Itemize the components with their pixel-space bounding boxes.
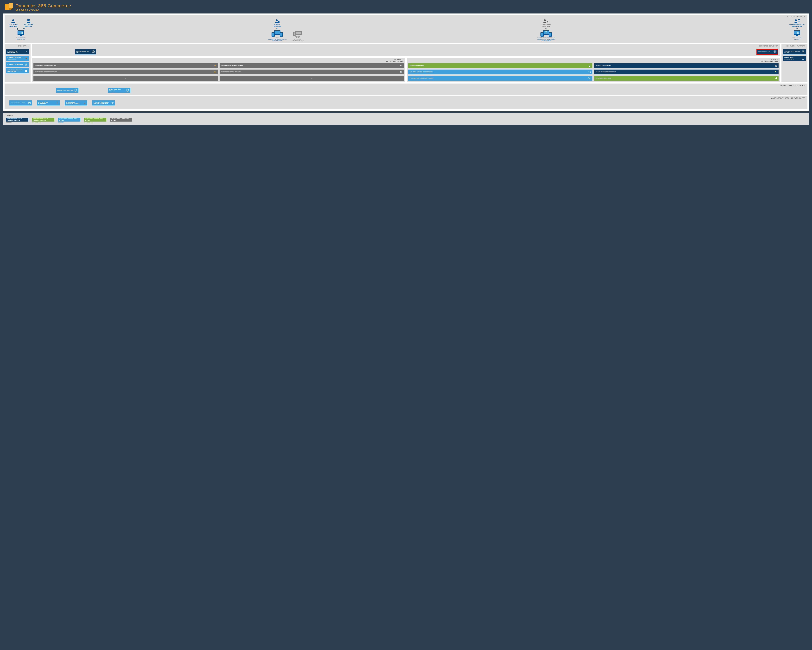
- ux-group-ecommerce: E-COMMERCE CUSTOMER E-COMMERCE STOREFRON…: [536, 19, 556, 41]
- svg-rect-9: [19, 36, 23, 37]
- legend-item: OTHER MICROSOFT COMPONENT / SERVICECOMIN…: [84, 118, 106, 123]
- legend-item: OTHER MICROSOFT COMPONENT / SERVICEAVAIL…: [58, 118, 80, 123]
- svg-point-3: [12, 19, 14, 21]
- svg-point-5: [27, 20, 27, 21]
- svg-rect-19: [280, 33, 282, 36]
- node-ellipsis: ...: [220, 76, 404, 81]
- arrow-down-icon: [545, 28, 547, 29]
- actor-content-author: CONTENT AUTHOR AND SITE MANAGER: [789, 19, 805, 27]
- node-content-mgmt: CONTENT MANAGEMENT STORE: [783, 49, 806, 54]
- chat-icon: [774, 64, 777, 67]
- node-commerce-hq: DYNAMICS 365 COMMERCE HQ⚙: [6, 49, 29, 54]
- card-icon: 💳: [214, 70, 216, 73]
- node-finance: DYNAMICS 365 FINANCE: [6, 62, 29, 67]
- document-icon: 📄: [400, 70, 403, 73]
- bank-icon: 🏛: [400, 64, 403, 67]
- actor-ecommerce-customer: E-COMMERCE CUSTOMER: [539, 19, 554, 27]
- node-shipping: THIRD-PARTY SHIPPING SERVICE🚚: [34, 63, 218, 68]
- svg-rect-32: [549, 33, 551, 36]
- actor-in-store: IN-STORE EMPLOYEE: [271, 19, 283, 27]
- svg-rect-53: [775, 78, 776, 79]
- svg-point-11: [276, 19, 278, 21]
- svg-rect-52: [775, 78, 775, 79]
- magnify-icon: [588, 77, 591, 80]
- svg-rect-23: [294, 32, 295, 35]
- arrow-down-icon: [17, 28, 18, 29]
- model-driven-section: MODEL-DRIVEN APPS IN DYNAMICS 365 DYNAMI…: [5, 96, 807, 109]
- node-scale-unit: COMMERCE SCALE UNIT: [75, 49, 96, 54]
- node-recommendations: PRODUCT RECOMMENDATIONS💡: [594, 70, 778, 75]
- legend-item: NON-MICROSOFT COMPONENT / SERVICE: [110, 118, 132, 123]
- svg-rect-13: [278, 21, 279, 21]
- user-experiences-section: USER EXPERIENCES BACK OFFICE EMPLOYEE CA…: [5, 15, 807, 43]
- headset-person-icon: [26, 19, 31, 24]
- multi-device-icon: [540, 30, 553, 37]
- chart-icon: [25, 63, 27, 66]
- svg-point-43: [25, 70, 26, 71]
- node-ellipsis: ...: [34, 76, 218, 81]
- node-supply-chain: DYNAMICS 365 SUPPLY CHAIN MGMT📦: [6, 56, 29, 61]
- svg-point-4: [27, 19, 29, 21]
- svg-point-56: [802, 57, 804, 58]
- node-web-storefront: WEB STOREFRONT: [757, 49, 778, 54]
- commerce-scale-panel: COMMERCE SCALE UNIT COMMERCE SCALE UNIT …: [32, 44, 780, 57]
- node-insights: DYNAMICS 365 CUSTOMER INSIGHTS: [408, 76, 592, 81]
- actor-call-center: CALL CENTER EMPLOYEE: [23, 19, 35, 27]
- bing-icon: [588, 64, 591, 67]
- page-title: Dynamics 365 Commerce: [15, 3, 71, 8]
- node-marketing: DYNAMICS 365 MARKETING📣: [37, 101, 60, 106]
- section-label: USER EXPERIENCES: [787, 16, 805, 18]
- node-ratings: RATINGS AND REVIEWS: [594, 63, 778, 68]
- gears-icon: ⚙: [25, 50, 27, 53]
- node-adls: AZURE DATA LAKE STORAGE: [108, 87, 130, 93]
- svg-rect-8: [20, 35, 22, 36]
- svg-rect-51: [775, 66, 777, 67]
- workflow-icon: [111, 102, 114, 104]
- employee-register-icon: [275, 19, 280, 24]
- ux-group-instore: IN-STORE EMPLOYEE POS MULTIFACTOR/CROSS-…: [267, 19, 287, 41]
- node-cds: COMMON DATA SERVICE: [56, 87, 78, 93]
- svg-rect-15: [275, 31, 280, 34]
- svg-point-44: [26, 70, 27, 71]
- chart-icon: [774, 77, 777, 80]
- node-fraud: DYNAMICS 365 FRAUD PROTECTION: [408, 70, 592, 75]
- svg-rect-21: [296, 32, 301, 34]
- box-icon: 📦: [25, 57, 27, 60]
- legend-item: DYNAMICS 365 COMMERCE COMPONENT / SERVIC…: [6, 118, 28, 123]
- globe-icon: [774, 50, 777, 53]
- svg-rect-60: [111, 102, 112, 103]
- arrow-down-icon: [276, 28, 278, 29]
- database-icon: [126, 89, 129, 92]
- svg-rect-41: [26, 64, 26, 66]
- svg-rect-30: [541, 33, 543, 36]
- svg-point-55: [802, 51, 804, 52]
- diagram-canvas: USER EXPERIENCES BACK OFFICE EMPLOYEE CA…: [3, 14, 809, 111]
- cloud-devices-icon: [293, 31, 302, 38]
- back-office-panel: BACK OFFICE DYNAMICS 365 COMMERCE HQ⚙ DY…: [5, 44, 31, 82]
- ecommerce-platform-panel: E-COMMERCE PLATFORM CONTENT MANAGEMENT S…: [781, 44, 807, 82]
- unified-data-section: UNIFIED DATA COMPONENTS COMMON DATA SERV…: [5, 84, 807, 95]
- page-header: Dynamics 365 Commerce Component Overview: [3, 3, 809, 11]
- page-subtitle: Component Overview: [15, 8, 71, 11]
- node-payment: THIRD-PARTY PAYMENT GATEWAY🏛: [220, 63, 404, 68]
- ux-group-author: CONTENT AUTHOR AND SITE MANAGER SITE BUI…: [789, 19, 805, 41]
- author-icon: [794, 19, 800, 24]
- node-customer-service: DYNAMICS 365 CUSTOMER SERVICE🚛: [65, 101, 87, 106]
- svg-point-24: [295, 35, 300, 38]
- third-party-panel: THIRD-PARTY SURROUND SERVICES THIRD-PART…: [32, 58, 405, 82]
- database-icon: [801, 50, 804, 53]
- node-analytics: COMMERCE ANALYTICS: [594, 76, 778, 81]
- svg-rect-61: [113, 102, 113, 103]
- shield-icon: [588, 70, 591, 73]
- node-sales: DYNAMICS 365 SALES: [9, 101, 32, 106]
- node-gift-card: THIRD-PARTY GIFT CARD SERVICE💳: [34, 70, 218, 75]
- truck-icon: 🚛: [83, 102, 86, 104]
- customer-basket-icon: [543, 19, 549, 24]
- ux-group-external: EXTERNAL APPS AND SERVICES: [292, 19, 304, 41]
- arrow-down-icon: [796, 28, 798, 29]
- svg-rect-1: [9, 3, 13, 8]
- database-icon: [801, 57, 804, 60]
- node-bing: BING FOR COMMERCE: [408, 63, 592, 68]
- megaphone-icon: 📣: [55, 102, 58, 104]
- globe-icon: [92, 50, 95, 53]
